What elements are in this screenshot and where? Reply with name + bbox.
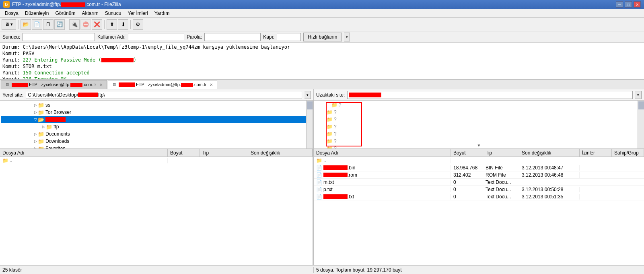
menu-sunucu[interactable]: Sunucu bbox=[102, 10, 125, 17]
log-label-4: Komut: bbox=[2, 64, 20, 69]
menu-yardim[interactable]: Yardım bbox=[151, 10, 173, 17]
tab-label-2: FTP - zyxeladmin@ftp..com.tr bbox=[119, 82, 207, 87]
scrollbar-thumb[interactable] bbox=[307, 101, 313, 109]
local-site-path[interactable]: C:\Users\Mert\Desktop\ftp\ bbox=[26, 91, 302, 99]
tab-close-1[interactable]: ✕ bbox=[99, 82, 103, 87]
remote-tree-scrollbar[interactable] bbox=[638, 101, 644, 148]
remote-col-size[interactable]: Boyut bbox=[451, 149, 483, 157]
tree-expand-fav[interactable]: ▷ bbox=[33, 146, 38, 149]
toolbar-upload-btn[interactable]: ⬆ bbox=[107, 19, 117, 30]
remote-tree-node-1[interactable]: 📁 ? bbox=[315, 101, 643, 109]
tree-expand-docs[interactable]: ▷ bbox=[33, 132, 38, 136]
remote-col-type[interactable]: Tip bbox=[483, 149, 519, 157]
toolbar-server-btn[interactable]: 🖥 ▾ bbox=[2, 19, 16, 30]
remote-col-name[interactable]: Dosya Adı bbox=[314, 149, 451, 157]
tree-node-ftp[interactable]: ▷ 📁 ftp bbox=[1, 123, 312, 130]
connect-dropdown-button[interactable]: ▾ bbox=[344, 33, 350, 41]
remote-file-row-rom[interactable]: 📄 .rom 312.402 ROM File 3.12.2013 00:46:… bbox=[314, 171, 644, 179]
toolbar-cancel-btn[interactable]: ❌ bbox=[92, 19, 102, 30]
username-input[interactable] bbox=[128, 33, 184, 41]
local-col-name[interactable]: Dosya Adı bbox=[0, 149, 168, 157]
remote-path-dropdown[interactable]: ▾ bbox=[635, 91, 642, 99]
tree-node-ss[interactable]: ▷ 📁 ss bbox=[1, 101, 312, 109]
remote-file-list-body[interactable]: 📁 .. 📄 .bin 18.984.768 BIN bbox=[314, 157, 644, 265]
log-line-6: Yanıt: 226 Transfer OK bbox=[2, 76, 642, 80]
tree-label-docs: Documents bbox=[45, 131, 70, 137]
toolbar-server-dropdown[interactable]: 🖥 ▾ bbox=[2, 19, 16, 30]
remote-col-modified[interactable]: Son değişiklik bbox=[519, 149, 580, 157]
remote-file-row-parent[interactable]: 📁 .. bbox=[314, 157, 644, 164]
log-line-2: Komut: PASV bbox=[2, 50, 642, 57]
password-input[interactable] bbox=[204, 33, 261, 41]
local-site-label: Yerel site: bbox=[2, 92, 23, 98]
toolbar-save-btn[interactable]: 📄 bbox=[32, 19, 42, 30]
toolbar-settings-btn[interactable]: ⚙ bbox=[133, 19, 143, 30]
local-tree-scrollbar[interactable] bbox=[306, 101, 313, 148]
local-col-modified[interactable]: Son değişiklik bbox=[248, 149, 313, 157]
tab-close-2[interactable]: ✕ bbox=[210, 82, 213, 87]
remote-file-row-redacttxt[interactable]: 📄 .txt 0 Text Docu... 3.12.2013 00:51:35 bbox=[314, 193, 644, 200]
remote-tree-node-3[interactable]: 📁 ? bbox=[315, 116, 643, 123]
local-tree[interactable]: ▷ 📁 ss ▷ 📁 Tor Browser ▽ 📂 ▷ 📁 bbox=[0, 101, 313, 149]
close-button[interactable]: ✕ bbox=[634, 1, 641, 8]
local-file-list-body[interactable]: 📁 .. bbox=[0, 157, 313, 265]
toolbar: 🖥 ▾ 📂 📄 🗒 🔄 🔌 ⛔ ❌ ⬆ ⬇ ⚙ bbox=[0, 18, 644, 31]
local-file-row-parent[interactable]: 📁 .. bbox=[0, 157, 313, 164]
toolbar-sep1 bbox=[18, 20, 19, 29]
toolbar-new-btn[interactable]: 🗒 bbox=[43, 19, 53, 30]
tab-1[interactable]: 🖥 FTP - zyxeluser@ftp..com.tr ✕ bbox=[1, 80, 107, 89]
maximize-button[interactable]: □ bbox=[625, 1, 632, 8]
local-path-dropdown[interactable]: ▾ bbox=[305, 91, 311, 99]
remote-cell-mod-rom: 3.12.2013 00:46:48 bbox=[519, 172, 580, 178]
remote-file-icon-rom: 📄 bbox=[316, 172, 322, 178]
toolbar-refresh-btn[interactable]: 🔄 bbox=[54, 19, 65, 30]
local-status: 25 klasör bbox=[0, 267, 314, 273]
toolbar-disconnect-btn[interactable]: ⛔ bbox=[80, 19, 91, 30]
remote-col-perms[interactable]: İzinler bbox=[580, 149, 612, 157]
tree-node-tor[interactable]: ▷ 📁 Tor Browser bbox=[1, 109, 312, 116]
remote-tree[interactable]: 📁 ? 📁 ? 📁 ? 📁 ? 📁 ? bbox=[314, 101, 644, 149]
tree-expand-ss[interactable]: ▷ bbox=[33, 103, 38, 107]
menu-dosya[interactable]: Dosya bbox=[2, 10, 22, 17]
remote-tree-expand-arrow[interactable]: ▼ bbox=[477, 143, 481, 148]
site-bars: Yerel site: C:\Users\Mert\Desktop\ftp\ ▾… bbox=[0, 89, 644, 101]
log-text-3: 227 Entering Passive Mode () bbox=[23, 57, 136, 63]
menu-duzenleyin[interactable]: Düzenleyin bbox=[22, 10, 52, 17]
toolbar-connect-btn[interactable]: 🔌 bbox=[69, 19, 80, 30]
tree-expand-ftp[interactable]: ▷ bbox=[41, 124, 46, 129]
menu-yerimleri[interactable]: Yer İmleri bbox=[124, 10, 151, 17]
tree-node-redact[interactable]: ▽ 📂 bbox=[1, 116, 312, 123]
tree-expand-dl[interactable]: ▷ bbox=[33, 139, 38, 144]
remote-cell-size-bin: 18.984.768 bbox=[451, 165, 483, 171]
minimize-button[interactable]: ─ bbox=[616, 1, 623, 8]
toolbar-open-btn[interactable]: 📂 bbox=[21, 19, 31, 30]
remote-tree-node-4[interactable]: 📁 ? bbox=[315, 123, 643, 130]
local-col-type[interactable]: Tip bbox=[200, 149, 248, 157]
tree-node-downloads[interactable]: ▷ 📁 Downloads bbox=[1, 138, 312, 145]
tab-2[interactable]: 🖥 FTP - zyxeladmin@ftp..com.tr ✕ bbox=[108, 80, 218, 89]
remote-col-owner[interactable]: Sahip/Grup bbox=[612, 149, 644, 157]
tree-label-dl: Downloads bbox=[45, 138, 69, 144]
tree-expand-tor[interactable]: ▷ bbox=[33, 110, 38, 115]
tree-node-favorites[interactable]: ▷ 📁 Favorites bbox=[1, 145, 312, 149]
toolbar-download-btn[interactable]: ⬇ bbox=[118, 19, 128, 30]
tree-expand-redact[interactable]: ▽ bbox=[33, 117, 38, 122]
title-bar: fz FTP - zyxeladmin@ftp..com.tr - FileZi… bbox=[0, 0, 644, 9]
menu-aktarim[interactable]: Aktarım bbox=[78, 10, 101, 17]
remote-scrollbar-thumb[interactable] bbox=[638, 101, 644, 109]
tree-node-documents[interactable]: ▷ 📁 Documents bbox=[1, 130, 312, 138]
menu-goruntum[interactable]: Görünüm bbox=[52, 10, 78, 17]
local-col-size[interactable]: Boyut bbox=[168, 149, 200, 157]
remote-tree-expand-1[interactable] bbox=[327, 103, 331, 107]
server-input[interactable] bbox=[23, 33, 95, 41]
remote-file-row-ptxt[interactable]: 📄 p.txt 0 Text Docu... 3.12.2013 00:50:2… bbox=[314, 186, 644, 193]
remote-file-row-bin[interactable]: 📄 .bin 18.984.768 BIN File 3.12.2013 00:… bbox=[314, 164, 644, 171]
remote-site-path[interactable] bbox=[347, 91, 633, 99]
remote-cell-type-bin: BIN File bbox=[483, 165, 519, 171]
app-icon: fz bbox=[3, 1, 10, 8]
remote-tree-node-2[interactable]: 📁 ? bbox=[315, 109, 643, 116]
remote-tree-node-5[interactable]: 📁 ? bbox=[315, 130, 643, 138]
connect-button[interactable]: Hızlı bağlanın bbox=[303, 33, 342, 41]
remote-file-row-mtxt[interactable]: 📄 m.txt 0 Text Docu... bbox=[314, 179, 644, 186]
port-input[interactable] bbox=[277, 33, 301, 41]
